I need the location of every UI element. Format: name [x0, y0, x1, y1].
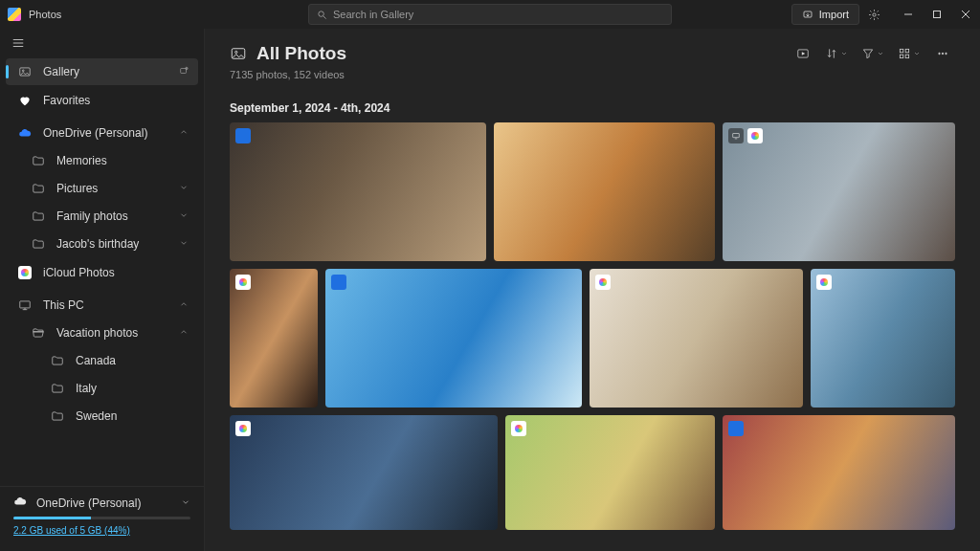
search-input[interactable]: Search in Gallery — [308, 4, 672, 25]
settings-button[interactable] — [859, 0, 888, 29]
import-button[interactable]: Import — [791, 4, 859, 25]
sidebar-item-sweden[interactable]: Sweden — [6, 403, 198, 430]
icloud-badge-icon — [511, 421, 526, 436]
svg-point-3 — [872, 12, 875, 15]
folder-icon — [31, 237, 45, 252]
chevron-down-icon — [179, 182, 189, 195]
icloud-badge-icon — [595, 275, 611, 290]
minimize-button[interactable] — [894, 0, 923, 29]
close-button[interactable] — [951, 0, 980, 29]
date-header: September 1, 2024 - 4th, 2024 — [230, 101, 955, 115]
slideshow-button[interactable] — [791, 42, 815, 65]
gear-icon — [868, 9, 880, 21]
svg-line-1 — [323, 15, 326, 18]
sidebar-item-gallery[interactable]: Gallery — [6, 58, 198, 85]
svg-rect-27 — [905, 55, 909, 58]
photo-thumb[interactable] — [590, 269, 804, 408]
onedrive-badge-icon — [235, 128, 251, 143]
sidebar-item-vacation[interactable]: Vacation photos — [6, 320, 198, 346]
sidebar-item-onedrive[interactable]: OneDrive (Personal) — [6, 120, 198, 146]
photo-thumb[interactable] — [230, 269, 318, 408]
icloud-badge-icon — [816, 275, 832, 290]
sidebar: Gallery Favorites OneDrive (Personal) Me… — [0, 29, 205, 551]
photo-thumb[interactable] — [811, 269, 955, 408]
photo-thumb[interactable] — [723, 122, 955, 261]
sidebar-item-italy[interactable]: Italy — [6, 375, 198, 402]
chevron-down-icon — [179, 237, 189, 251]
chevron-down-icon[interactable] — [181, 496, 190, 510]
chevron-down-icon — [179, 209, 189, 223]
heart-icon — [17, 94, 32, 108]
photo-thumb[interactable] — [325, 269, 581, 408]
maximize-button[interactable] — [923, 0, 951, 29]
svg-point-29 — [942, 53, 944, 55]
chevron-up-icon — [179, 126, 189, 140]
folder-icon — [31, 182, 45, 196]
chevron-down-icon — [913, 50, 921, 57]
import-icon — [802, 9, 813, 20]
monitor-icon — [17, 298, 32, 313]
svg-rect-25 — [905, 49, 909, 53]
search-placeholder: Search in Gallery — [333, 9, 413, 20]
onedrive-badge-icon — [331, 275, 346, 290]
sidebar-item-icloud[interactable]: iCloud Photos — [6, 259, 198, 286]
photo-thumb[interactable] — [230, 122, 486, 261]
sidebar-item-canada[interactable]: Canada — [6, 347, 198, 374]
folder-icon — [31, 209, 45, 224]
chevron-down-icon — [840, 50, 848, 57]
gallery-icon — [17, 65, 32, 79]
photo-thumb[interactable] — [230, 415, 498, 530]
ellipsis-icon — [936, 47, 949, 60]
page-subtitle: 7135 photos, 152 videos — [230, 69, 955, 80]
svg-point-28 — [939, 53, 941, 55]
storage-panel: OneDrive (Personal) 2.2 GB used of 5 GB … — [0, 486, 204, 545]
sidebar-item-family[interactable]: Family photos — [6, 203, 198, 230]
sort-icon — [825, 47, 838, 60]
svg-point-0 — [319, 11, 324, 16]
gallery-new-icon[interactable] — [179, 65, 189, 78]
sidebar-item-jacob[interactable]: Jacob's birthday — [6, 231, 198, 257]
sidebar-item-pictures[interactable]: Pictures — [6, 175, 198, 202]
window-controls — [894, 0, 980, 29]
icloud-badge-icon — [235, 421, 251, 436]
slideshow-icon — [796, 47, 810, 60]
chevron-up-icon — [179, 298, 189, 312]
svg-rect-5 — [934, 11, 941, 18]
page-title: All Photos — [256, 43, 346, 64]
hamburger-icon — [11, 36, 25, 50]
svg-rect-24 — [900, 49, 903, 53]
title-bar: Photos Search in Gallery Import — [0, 0, 980, 29]
folder-icon — [50, 354, 64, 368]
chevron-up-icon — [179, 326, 189, 340]
sort-button[interactable] — [821, 42, 852, 65]
svg-rect-26 — [900, 55, 903, 58]
photo-thumb[interactable] — [494, 122, 715, 261]
sidebar-item-favorites[interactable]: Favorites — [6, 87, 198, 114]
svg-rect-17 — [19, 301, 30, 308]
svg-rect-31 — [732, 134, 739, 138]
sidebar-item-thispc[interactable]: This PC — [6, 292, 198, 319]
chevron-down-icon — [877, 50, 884, 57]
onedrive-icon — [17, 126, 32, 141]
app-title: Photos — [29, 9, 61, 20]
cloud-icon — [13, 495, 27, 511]
photo-thumb[interactable] — [505, 415, 715, 530]
pc-badge-icon — [728, 128, 744, 143]
photo-thumb[interactable] — [723, 415, 955, 530]
folder-icon — [50, 382, 64, 396]
hamburger-button[interactable] — [0, 29, 204, 57]
folder-open-icon — [31, 326, 45, 341]
photo-icon — [230, 45, 247, 62]
folder-icon — [31, 154, 45, 168]
filter-icon — [861, 47, 875, 60]
more-button[interactable] — [930, 42, 955, 65]
search-icon — [317, 10, 327, 20]
filter-button[interactable] — [858, 42, 888, 65]
sidebar-item-memories[interactable]: Memories — [6, 147, 198, 174]
view-button[interactable] — [894, 42, 924, 65]
app-icon — [8, 8, 21, 21]
storage-detail-link[interactable]: 2.2 GB used of 5 GB (44%) — [13, 525, 190, 536]
icloud-icon — [17, 266, 32, 280]
svg-point-12 — [22, 70, 24, 72]
svg-marker-23 — [802, 52, 806, 55]
